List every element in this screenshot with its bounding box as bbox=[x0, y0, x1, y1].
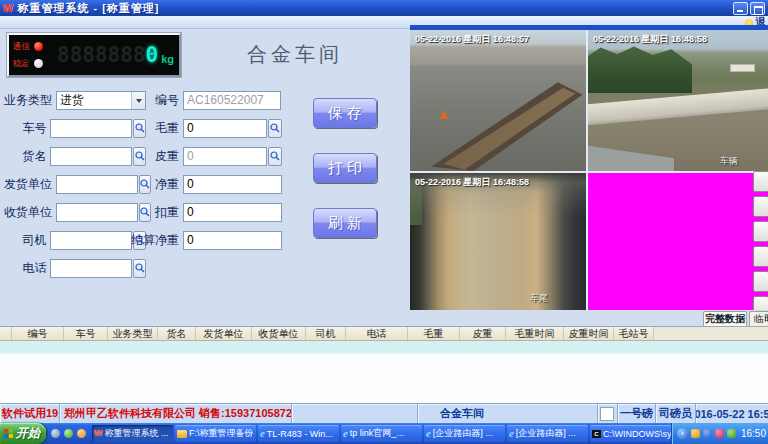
phone-label: 电话 bbox=[4, 260, 50, 277]
camera-view-front[interactable]: 05-22-2016 星期日 16:48:57 bbox=[410, 30, 586, 171]
task-weighing-system[interactable]: W称重管理系统 ... bbox=[92, 425, 173, 442]
business-type-label: 业务类型 bbox=[4, 92, 56, 109]
side-toolbar bbox=[753, 171, 768, 317]
task-router-admin-2[interactable]: e[企业路由器] ... bbox=[507, 425, 588, 442]
tray-collapse-icon[interactable]: ‹ bbox=[677, 428, 688, 439]
window-controls bbox=[733, 2, 765, 15]
status-datetime: 2016-05-22 16:50 bbox=[696, 408, 768, 420]
records-table: 编号 车号 业务类型 货名 发货单位 收货单位 司机 电话 毛重 皮重 毛重时间… bbox=[0, 326, 768, 403]
col-tare[interactable]: 皮重 bbox=[460, 327, 506, 340]
sender-input[interactable] bbox=[56, 175, 138, 194]
col-business-type[interactable]: 业务类型 bbox=[108, 327, 158, 340]
tray-green-icon[interactable] bbox=[727, 429, 736, 438]
net-label: 净重 bbox=[133, 176, 183, 193]
tare-lookup-button[interactable] bbox=[268, 147, 282, 166]
status-workshop: 合金车间 bbox=[440, 406, 484, 421]
maximize-button[interactable] bbox=[750, 2, 765, 15]
print-button[interactable]: 打印 bbox=[313, 153, 377, 183]
col-phone[interactable]: 电话 bbox=[346, 327, 408, 340]
receiver-input[interactable] bbox=[56, 203, 138, 222]
tray-red-icon[interactable] bbox=[715, 429, 724, 438]
side-tool-button[interactable] bbox=[753, 271, 768, 292]
stable-label: 稳定 bbox=[13, 58, 30, 70]
col-serial[interactable]: 编号 bbox=[12, 327, 64, 340]
camera2-channel-label: 车辆 bbox=[720, 155, 738, 168]
tray-user-icon[interactable] bbox=[691, 429, 700, 438]
col-vehicle[interactable]: 车号 bbox=[64, 327, 108, 340]
tare-label: 皮重 bbox=[133, 148, 183, 165]
side-tool-button[interactable] bbox=[753, 196, 768, 217]
comm-led-icon bbox=[34, 42, 43, 51]
side-tool-button[interactable] bbox=[753, 221, 768, 242]
table-header-row: 编号 车号 业务类型 货名 发货单位 收货单位 司机 电话 毛重 皮重 毛重时间… bbox=[0, 327, 768, 341]
gross-input[interactable] bbox=[183, 119, 267, 138]
folder-icon bbox=[177, 430, 187, 438]
haze-overlay bbox=[410, 173, 586, 310]
minimize-button[interactable] bbox=[733, 2, 748, 15]
camera-view-deck[interactable]: 05-22-2016 星期日 16:48:58 车尾 bbox=[410, 173, 586, 310]
phone-lookup-button[interactable] bbox=[133, 259, 146, 278]
weight-value: 0 bbox=[146, 43, 159, 67]
col-station[interactable]: 毛站号 bbox=[614, 327, 654, 340]
ie-icon: e bbox=[260, 429, 265, 438]
ie-icon: e bbox=[343, 429, 348, 438]
camera1-timestamp: 05-22-2016 星期日 16:48:57 bbox=[415, 33, 529, 46]
net-input[interactable] bbox=[183, 175, 282, 194]
road-shape bbox=[588, 137, 674, 171]
system-tray: ‹ 16:50 bbox=[671, 423, 768, 444]
task-tplink-site[interactable]: etp link官网_... bbox=[341, 425, 422, 442]
col-driver[interactable]: 司机 bbox=[306, 327, 346, 340]
task-cmd-window[interactable]: CC:\WINDOWS\sy... bbox=[590, 425, 671, 442]
driver-input[interactable] bbox=[50, 231, 132, 250]
goods-row: 货名 bbox=[4, 146, 146, 166]
show-desktop-icon[interactable] bbox=[51, 429, 60, 438]
task-router-admin-1[interactable]: e[企业路由器] ... bbox=[424, 425, 505, 442]
refresh-button[interactable]: 刷新 bbox=[313, 208, 377, 238]
col-tare-time[interactable]: 皮重时间 bbox=[564, 327, 614, 340]
start-label: 开始 bbox=[16, 425, 40, 442]
company-info: 郑州甲乙软件科技有限公司 销售:15937105872 技术:185038562… bbox=[64, 406, 292, 421]
goods-input[interactable] bbox=[50, 147, 132, 166]
weight-digits: 88888880 bbox=[43, 43, 158, 67]
quick-launch-green-icon[interactable] bbox=[64, 429, 73, 438]
stable-led-icon bbox=[34, 59, 43, 68]
camera-view-yard[interactable]: 05-22-2016 星期日 16:48:58 车辆 bbox=[588, 30, 768, 171]
tab-temp-data[interactable]: 临时 bbox=[749, 311, 768, 326]
driver-label: 司机 bbox=[4, 232, 50, 249]
phone-input[interactable] bbox=[50, 259, 132, 278]
camera3-timestamp: 05-22-2016 星期日 16:48:58 bbox=[415, 176, 529, 189]
col-gross-time[interactable]: 毛重时间 bbox=[506, 327, 564, 340]
vehicle-input[interactable] bbox=[50, 119, 132, 138]
settle-net-input[interactable] bbox=[183, 231, 282, 250]
tray-network-icon[interactable] bbox=[703, 429, 712, 438]
status-checkbox[interactable] bbox=[600, 407, 614, 421]
net-row: 净重 bbox=[133, 174, 285, 194]
settle-net-label: 结算净重 bbox=[127, 232, 183, 249]
cmd-icon: C bbox=[592, 430, 601, 438]
camera-view-no-signal[interactable] bbox=[588, 173, 768, 310]
scale-name: 一号磅 bbox=[620, 406, 653, 421]
side-tool-button[interactable] bbox=[753, 246, 768, 267]
quick-launch-orange-icon[interactable] bbox=[77, 429, 86, 438]
save-button[interactable]: 保存 bbox=[313, 98, 377, 128]
gross-row: 毛重 bbox=[133, 118, 285, 138]
task-router-page-1[interactable]: eTL-R483 - Win... bbox=[258, 425, 339, 442]
app-logo-icon: W bbox=[3, 2, 13, 14]
gross-lookup-button[interactable] bbox=[268, 119, 282, 138]
col-gross[interactable]: 毛重 bbox=[408, 327, 460, 340]
receiver-row: 收货单位 bbox=[4, 202, 146, 222]
col-sender[interactable]: 发货单位 bbox=[196, 327, 252, 340]
col-receiver[interactable]: 收货单位 bbox=[252, 327, 306, 340]
empty-table-row[interactable] bbox=[0, 341, 768, 354]
sender-row: 发货单位 bbox=[4, 174, 146, 194]
deduct-input[interactable] bbox=[183, 203, 282, 222]
col-goods[interactable]: 货名 bbox=[158, 327, 196, 340]
ghost-digits: 8888888 bbox=[57, 43, 146, 67]
tare-row: 皮重 bbox=[133, 146, 285, 166]
tab-complete-data[interactable]: 完整数据 bbox=[703, 311, 747, 326]
start-button[interactable]: 开始 bbox=[0, 423, 46, 444]
trial-status: 软件试用19天 bbox=[2, 406, 60, 421]
side-tool-button[interactable] bbox=[753, 171, 768, 192]
status-bar: 软件试用19天 郑州甲乙软件科技有限公司 销售:15937105872 技术:1… bbox=[0, 403, 768, 423]
task-backup-folder[interactable]: F:\称重管理备份 bbox=[175, 425, 256, 442]
